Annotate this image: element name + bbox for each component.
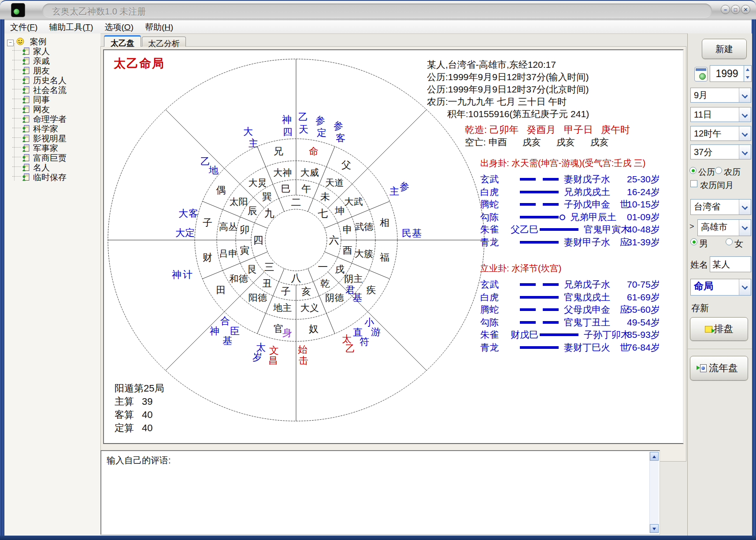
tree-expander-icon[interactable]: − (7, 40, 14, 46)
palace-疾: 疾 (366, 285, 376, 296)
menu-item-H[interactable]: 帮助(H) (139, 20, 179, 33)
branch-丑: 丑 (262, 278, 272, 289)
palace-偶: 偶 (216, 185, 226, 196)
case-doc-icon (22, 154, 30, 162)
chart-type-select[interactable]: 命局 (690, 279, 751, 296)
comment-scrollbar[interactable] (649, 452, 659, 533)
tree-item-11[interactable]: 军事家 (22, 143, 58, 152)
menu-item-T[interactable]: 辅助工具(T) (43, 20, 99, 33)
menu-item-F[interactable]: 文件(F) (4, 20, 43, 33)
palace-number: 七 (318, 207, 328, 219)
god-label-dingda: 大 (175, 227, 185, 238)
hexagram-line-yin (520, 308, 559, 311)
year-input[interactable]: 1999 (710, 65, 744, 82)
chevron-down-icon[interactable] (739, 145, 751, 159)
line-relation-text: 官鬼丁丑土 (564, 316, 610, 329)
tree-item-label: 朋友 (33, 66, 50, 75)
tree-item-12[interactable]: 富商巨贾 (22, 152, 67, 162)
god-天道: 天道 (325, 178, 344, 188)
tab-taiyi-pan[interactable]: 太乙盘 (104, 35, 141, 47)
tree-item-7[interactable]: 网友 (22, 104, 50, 114)
title-plate: 玄奥太乙神数1.0 未注册 (42, 4, 712, 18)
palace-子: 子 (203, 217, 212, 228)
menu-bar: 文件(F)辅助工具(T)选项(O)帮助(H) (4, 20, 752, 34)
age-range: 76-84岁 (627, 341, 660, 354)
branch-子: 子 (281, 286, 291, 297)
age-range: 55-60岁 (627, 303, 660, 316)
chevron-down-icon[interactable] (739, 88, 751, 102)
chevron-down-icon[interactable] (739, 126, 751, 141)
line-relation-text: 兄弟甲辰土 (570, 211, 616, 223)
six-spirit-label: 白虎 (480, 291, 499, 303)
tree-item-1[interactable]: 家人 (22, 46, 50, 55)
age-range: 61-69岁 (627, 291, 660, 303)
tree-item-6[interactable]: 同事 (22, 94, 50, 104)
scroll-up-icon[interactable] (650, 452, 659, 461)
day-select[interactable]: 11日 (690, 107, 751, 122)
tree-item-2[interactable]: 亲戚 (22, 55, 50, 65)
menu-item-O[interactable]: 选项(O) (99, 20, 139, 33)
tree-item-3[interactable]: 朋友 (22, 65, 50, 75)
hidden-stem-text: 财戊巳 (511, 329, 538, 341)
leap-month-checkbox[interactable] (690, 180, 697, 187)
god-label-diyi: 地 (208, 165, 219, 176)
tree-item-8[interactable]: 命理学者 (22, 114, 67, 123)
solar-label: 公历 (698, 166, 715, 178)
case-tree: − 案例 家人亲戚朋友历史名人社会名流同事网友命理学者科学家影视明星军事家富商巨… (4, 33, 100, 536)
minimize-button[interactable]: – (721, 5, 730, 14)
palace-财: 财 (203, 252, 212, 263)
tree-item-label: 名人 (33, 163, 50, 172)
new-button[interactable]: 新建 (702, 39, 747, 59)
age-range: 25-30岁 (627, 173, 660, 185)
palace-田: 田 (216, 285, 226, 296)
month-select[interactable]: 9月 (690, 88, 751, 103)
female-radio[interactable] (726, 238, 733, 245)
tree-item-10[interactable]: 影视明星 (22, 133, 67, 143)
arrange-chart-button[interactable]: 排盘 (690, 317, 748, 341)
tree-item-label: 家人 (33, 47, 50, 56)
tree-item-5[interactable]: 社会名流 (22, 85, 67, 94)
city-select[interactable]: 高雄市 (697, 219, 751, 236)
god-label-jishen: 神 (171, 269, 182, 280)
god-label-tianyi: 天 (299, 124, 308, 135)
chevron-down-icon[interactable] (739, 107, 751, 122)
six-spirit-label: 腾蛇 (480, 198, 499, 211)
tree-item-label: 网友 (33, 105, 50, 114)
chevron-down-icon[interactable] (739, 279, 751, 295)
tree-root-cases[interactable]: − 案例 (7, 36, 47, 45)
god-label-dingcan: 定 (317, 127, 326, 138)
name-input[interactable]: 某人 (710, 256, 751, 272)
male-radio[interactable] (690, 238, 697, 245)
hour-select[interactable]: 12时午 (690, 126, 751, 141)
tree-item-13[interactable]: 名人 (22, 162, 50, 172)
tree-item-4[interactable]: 历史名人 (22, 75, 67, 85)
case-doc-icon (22, 67, 30, 75)
chevron-down-icon[interactable] (739, 200, 751, 215)
god-label-dingda: 定 (185, 227, 195, 238)
tree-item-9[interactable]: 科学家 (22, 123, 58, 133)
god-大簇: 大簇 (355, 248, 373, 259)
hexagram-line-yang (540, 228, 578, 231)
case-doc-icon (22, 144, 30, 152)
lunar-radio[interactable] (715, 167, 722, 174)
solar-radio[interactable] (689, 167, 697, 174)
six-spirit-label: 玄武 (480, 278, 499, 291)
case-doc-icon (22, 125, 30, 133)
scroll-down-icon[interactable] (650, 524, 659, 533)
god-label-xiaoyou: 游 (371, 326, 381, 337)
year-spinner[interactable] (744, 65, 752, 82)
minute-select[interactable]: 37分 (690, 144, 751, 159)
comment-input[interactable]: 输入自己的评语: (100, 450, 660, 535)
stat-line: 定算40 (115, 422, 164, 435)
yearly-chart-button[interactable]: 流年盘 (690, 356, 748, 381)
province-select[interactable]: 台湾省 (690, 199, 751, 215)
maximize-button[interactable]: □ (731, 5, 740, 14)
close-button[interactable]: ✕ (741, 5, 750, 14)
branch-辰: 辰 (248, 205, 257, 216)
line-relation-text: 官鬼甲寅木 (584, 223, 630, 236)
line-relation-text: 父母戊申金 (564, 303, 610, 316)
qianzao-line: 乾造: 己卯年 癸酉月 甲子日 庚午时 (427, 123, 680, 136)
tree-item-14[interactable]: 临时保存 (22, 172, 67, 181)
chevron-down-icon[interactable] (739, 220, 751, 236)
tab-taiyi-analysis[interactable]: 太乙分析 (142, 37, 186, 47)
